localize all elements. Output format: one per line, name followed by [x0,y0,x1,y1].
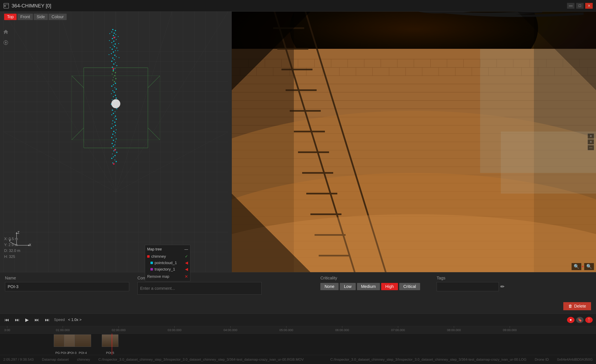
photo-tool-2[interactable]: ≡ [588,139,594,144]
svg-point-152 [113,156,114,157]
chimney-expand-icon[interactable]: ✓ [185,254,188,259]
photo-tool-3[interactable]: — [588,145,594,150]
svg-point-167 [114,149,116,151]
time-mark-8: 08:00.000 [447,326,461,332]
skip-start-button[interactable]: ⏮ [3,316,10,323]
svg-point-67 [111,42,112,43]
view-top-button[interactable]: Top [4,14,16,20]
zoom-out-button[interactable]: 🔍 [572,263,581,270]
status-filepath: C:/Inspector_3.0_dataset_chimney_step_3/… [98,357,322,362]
crit-high-button[interactable]: High [381,283,398,290]
view-colour-button[interactable]: Colour [49,14,67,20]
map-tree-item-chimney[interactable]: chimney ✓ [147,253,188,260]
minimize-button[interactable]: — [567,3,574,9]
tags-input[interactable] [437,282,499,291]
criticality-section: Criticality None Low Medium High Critica… [320,276,420,290]
next-frame-button[interactable]: ⏭ [33,316,40,323]
thumbnail-poi4[interactable] [74,335,91,347]
svg-marker-170 [16,232,17,234]
stat-h: H: 325 [4,254,20,260]
map-item-chimney-label: chimney [151,254,166,259]
svg-point-153 [111,158,112,159]
playhead[interactable] [112,334,112,355]
svg-text:Z: Z [17,231,19,234]
photo-tool-1[interactable]: ≡ [588,134,594,138]
svg-point-134 [116,130,117,130]
crit-none-button[interactable]: None [320,283,339,290]
svg-point-59 [111,31,112,32]
prev-frame-button[interactable]: ⏭ [14,316,21,323]
map-tree-header: Map tree — [147,247,188,252]
svg-point-139 [111,137,112,138]
svg-point-85 [115,68,115,69]
map-dot-pointcloud [150,262,153,264]
pointcloud-arrow-icon[interactable]: ◀ [185,260,188,265]
remove-map-button[interactable]: ✕ [185,274,188,279]
map-tree-item-trajectory[interactable]: trajectory_1 ◀ [147,266,188,272]
delete-button[interactable]: 🗑 Delete [563,302,591,310]
svg-point-149 [116,152,117,153]
name-input[interactable] [5,282,129,291]
svg-point-132 [113,126,114,127]
svg-point-60 [114,33,115,34]
svg-point-168 [113,163,115,165]
tags-label: Tags [437,276,505,280]
svg-point-145 [113,146,114,147]
play-button[interactable]: ▶ [24,316,30,323]
map-tree-collapse[interactable]: — [184,247,188,252]
svg-point-79 [114,59,115,60]
viewport-3d[interactable]: Z Y X X: 0.5 m Y: 2.9 m D: 32.0 m [0,12,231,272]
window-title: 364-CHIMNEY [0] [12,3,51,9]
svg-point-104 [113,84,114,85]
thumbnail-poi5[interactable] [102,335,118,347]
svg-point-121 [112,110,113,111]
delete-icon: 🗑 [568,304,572,309]
view-side-button[interactable]: Side [34,14,48,20]
zoom-in-button[interactable]: 🔍 [584,263,594,270]
time-mark-3: 03:00.000 [168,326,181,332]
time-mark-9: 09:00.000 [503,326,517,332]
timeline[interactable]: 3:00 01:00.000 02:00.000 03:00.000 [0,326,596,355]
trajectory-arrow-icon[interactable]: ◀ [185,267,188,272]
record-button[interactable]: ● [567,317,574,323]
svg-point-122 [115,111,115,112]
marker-button[interactable]: 📍 [585,317,593,323]
crit-low-button[interactable]: Low [340,283,356,290]
comment-input[interactable] [137,282,261,294]
map-tree-item-pointcloud[interactable]: pointcloud_1 ◀ [147,260,188,266]
crit-medium-button[interactable]: Medium [357,283,380,290]
svg-point-124 [111,114,112,115]
svg-point-148 [113,150,114,151]
skip-end-button[interactable]: ⏭ [44,316,51,323]
poi-label-4: POI-4 [74,351,91,355]
crit-critical-button[interactable]: Critical [399,283,420,290]
right-panel-photo[interactable]: ≡ ≡ — 🔍 🔍 [232,12,596,272]
svg-point-65 [116,39,117,40]
svg-point-128 [112,120,113,121]
svg-point-165 [113,37,115,38]
criticality-buttons: None Low Medium High Critical [320,283,420,290]
status-coords: 2:05.297 / 9:38.543 [3,357,34,362]
svg-point-62 [113,35,114,36]
bookmark-button[interactable]: 🔖 [576,317,584,323]
tags-edit-icon[interactable]: ✏ [500,284,505,290]
stat-y: Y: 2.9 m [4,242,20,248]
svg-point-127 [116,119,117,120]
target-icon[interactable] [2,39,9,46]
svg-point-77 [116,56,117,57]
maximize-button[interactable]: □ [576,3,584,9]
name-label: Name [5,276,129,280]
stats-display: X: 0.5 m Y: 2.9 m D: 32.0 m H: 325 [4,236,20,260]
svg-point-125 [115,116,116,117]
svg-point-106 [114,87,115,88]
view-front-button[interactable]: Front [17,14,33,20]
home-icon[interactable] [2,28,9,36]
drone-id-label: Drone ID [535,357,549,362]
svg-point-90 [118,43,119,44]
close-button[interactable]: ✕ [585,3,593,9]
time-mark-4: 04:00.000 [224,326,237,332]
svg-point-110 [111,93,112,94]
svg-point-133 [111,128,112,129]
svg-point-102 [114,81,115,82]
stat-x: X: 0.5 m [4,236,20,242]
